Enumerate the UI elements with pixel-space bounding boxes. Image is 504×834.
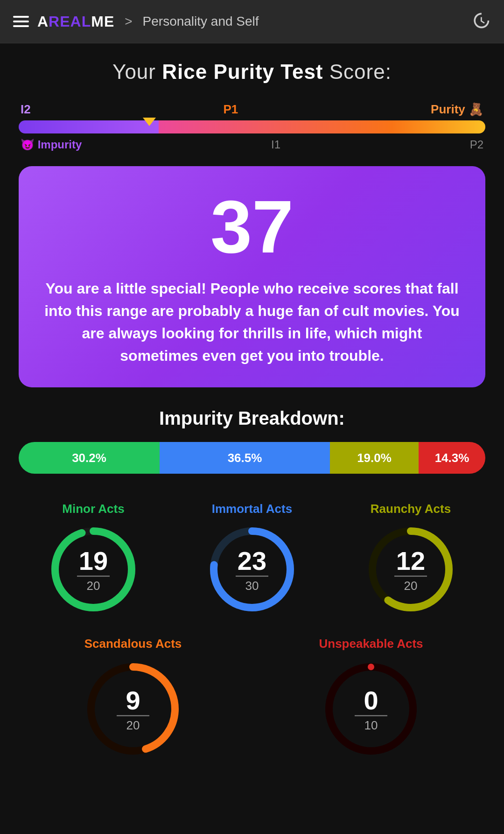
scandalous-acts-circle: 9 20	[82, 658, 184, 762]
app-header: AREALME > Personality and Self	[0, 0, 504, 43]
brand-logo: AREALME	[37, 13, 114, 30]
immortal-acts-value: 23	[236, 548, 268, 574]
scale-impurity-label: 😈 Impurity	[21, 138, 82, 151]
scale-p1-label: P1	[31, 102, 431, 117]
scandalous-acts-value: 9	[117, 687, 149, 714]
raunchy-acts-value: 12	[394, 548, 427, 574]
scandalous-acts-label: Scandalous Acts	[84, 637, 182, 651]
circle-immortal-acts: Immortal Acts 23 30	[177, 502, 327, 618]
main-content: Your Rice Purity Test Score: I2 P1 Purit…	[0, 43, 504, 790]
circle-unspeakable-acts: Unspeakable Acts 0 10	[319, 637, 423, 762]
breakdown-red: 14.3%	[419, 442, 485, 474]
immortal-acts-label: Immortal Acts	[212, 502, 292, 516]
unspeakable-acts-total: 10	[355, 718, 387, 733]
minor-acts-circle: 19 20	[47, 523, 140, 618]
scale-i2-label: I2	[21, 102, 31, 117]
raunchy-acts-circle: 12 20	[364, 523, 457, 618]
unspeakable-acts-label: Unspeakable Acts	[319, 637, 423, 651]
circle-raunchy-acts: Raunchy Acts 12 20	[336, 502, 485, 618]
minor-acts-label: Minor Acts	[62, 502, 124, 516]
breakdown-olive: 19.0%	[330, 442, 419, 474]
score-card: 37 You are a little special! People who …	[19, 166, 485, 387]
minor-acts-total: 20	[77, 579, 110, 593]
scandalous-acts-total: 20	[117, 718, 149, 733]
scale-i1-label: I1	[82, 138, 469, 151]
scale-marker	[143, 118, 156, 126]
unspeakable-acts-value: 0	[355, 687, 387, 714]
breakdown-green: 30.2%	[19, 442, 160, 474]
scale-p2-label: P2	[470, 138, 483, 151]
breakdown-blue: 36.5%	[160, 442, 330, 474]
svg-point-10	[368, 664, 374, 670]
breadcrumb-section: Personality and Self	[143, 14, 462, 29]
raunchy-acts-label: Raunchy Acts	[371, 502, 451, 516]
scale-section: I2 P1 Purity 🧸 😈 Impurity I1 P2	[19, 102, 485, 151]
scale-purity-label: Purity 🧸	[431, 102, 483, 117]
immortal-acts-total: 30	[236, 579, 268, 593]
immortal-acts-circle: 23 30	[205, 523, 299, 618]
circles-row2: Scandalous Acts 9 20 Unspeakable Acts	[19, 637, 485, 762]
page-title: Your Rice Purity Test Score:	[19, 60, 485, 84]
circle-scandalous-acts: Scandalous Acts 9 20	[82, 637, 184, 762]
raunchy-acts-total: 20	[394, 579, 427, 593]
breakdown-bar: 30.2% 36.5% 19.0% 14.3%	[19, 442, 485, 474]
score-description: You are a little special! People who rec…	[41, 277, 463, 367]
circles-row1: Minor Acts 19 20 Immortal Acts	[19, 502, 485, 618]
menu-button[interactable]	[13, 16, 29, 27]
breakdown-title: Impurity Breakdown:	[19, 408, 485, 429]
minor-acts-value: 19	[77, 548, 110, 574]
score-number: 37	[41, 189, 463, 264]
history-button[interactable]	[470, 10, 491, 33]
breadcrumb-separator: >	[125, 14, 132, 29]
circle-minor-acts: Minor Acts 19 20	[19, 502, 168, 618]
unspeakable-acts-circle: 0 10	[320, 658, 422, 762]
